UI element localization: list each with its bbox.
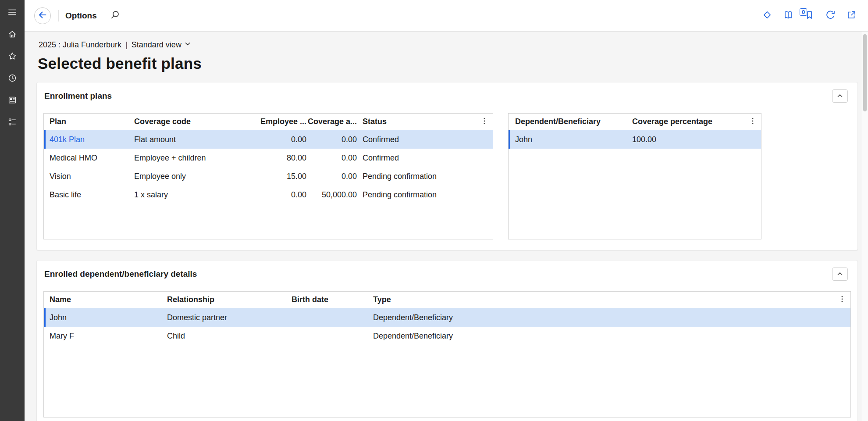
message-count-badge: 0 bbox=[800, 8, 807, 16]
hierarchy-list-icon bbox=[7, 117, 17, 128]
column-header-name[interactable]: Name bbox=[44, 295, 167, 304]
record-title: 2025 : Julia Funderburk bbox=[39, 40, 121, 50]
news-button[interactable] bbox=[0, 89, 25, 111]
chevron-up-icon bbox=[836, 91, 844, 101]
dependents-grid: Dependent/Beneficiary Coverage percentag… bbox=[508, 113, 761, 239]
hamburger-icon bbox=[7, 7, 17, 18]
options-menu[interactable]: Options bbox=[65, 11, 97, 21]
relationship-cell: Child bbox=[167, 332, 292, 341]
news-form-icon bbox=[7, 95, 17, 106]
view-selector-label: Standard view bbox=[132, 40, 181, 50]
details-grid-header: Name Relationship Birth date Type bbox=[44, 292, 850, 308]
search-button[interactable] bbox=[110, 10, 121, 21]
coverage-code-cell: 1 x salary bbox=[134, 190, 253, 200]
vertical-scrollbar[interactable] bbox=[862, 32, 868, 421]
plans-grid-header: Plan Coverage code Employee ... Coverage… bbox=[44, 114, 493, 130]
column-header-relationship[interactable]: Relationship bbox=[167, 295, 292, 304]
name-cell: John bbox=[44, 313, 167, 322]
plan-link[interactable]: 401k Plan bbox=[44, 135, 134, 144]
dependent-name-cell: John bbox=[509, 135, 632, 144]
employee-amount-cell: 15.00 bbox=[253, 172, 306, 181]
top-bar: Options 0 bbox=[25, 0, 868, 32]
dependent-details-card-body: Name Relationship Birth date Type John D… bbox=[37, 288, 857, 421]
plans-row[interactable]: Vision Employee only 15.00 0.00 Pending … bbox=[44, 167, 493, 186]
home-icon bbox=[7, 29, 17, 40]
enrollment-plans-title: Enrollment plans bbox=[44, 91, 112, 101]
column-header-birth-date[interactable]: Birth date bbox=[292, 295, 373, 304]
home-button[interactable] bbox=[0, 24, 25, 46]
diamond-button[interactable] bbox=[759, 8, 775, 24]
chevron-up-icon bbox=[836, 269, 844, 279]
more-icon bbox=[749, 117, 757, 126]
name-cell: Mary F bbox=[44, 332, 167, 341]
status-cell: Confirmed bbox=[357, 135, 493, 144]
page-title: Selected benefit plans bbox=[38, 55, 858, 72]
book-button[interactable] bbox=[780, 8, 796, 24]
plans-row[interactable]: 401k Plan Flat amount 0.00 0.00 Confirme… bbox=[44, 130, 493, 149]
column-header-status[interactable]: Status bbox=[357, 117, 476, 126]
column-header-employee[interactable]: Employee ... bbox=[253, 117, 306, 126]
chevron-down-icon bbox=[184, 40, 191, 50]
dependent-row[interactable]: John 100.00 bbox=[509, 130, 761, 149]
dependents-grid-more-button[interactable] bbox=[744, 114, 761, 130]
details-grid-more-button[interactable] bbox=[834, 292, 850, 308]
column-header-coverage-code[interactable]: Coverage code bbox=[134, 117, 253, 126]
dependent-details-card: Enrolled dependent/beneficiary details N… bbox=[36, 260, 858, 421]
enrollment-plans-card-header: Enrollment plans bbox=[37, 82, 857, 110]
column-header-plan[interactable]: Plan bbox=[44, 117, 134, 126]
plans-grid-more-button[interactable] bbox=[476, 114, 493, 130]
status-cell: Pending confirmation bbox=[357, 172, 493, 181]
breadcrumb: 2025 : Julia Funderburk | Standard view bbox=[36, 40, 858, 50]
coverage-code-cell: Employee only bbox=[134, 172, 253, 181]
column-header-type[interactable]: Type bbox=[373, 295, 834, 304]
menu-button[interactable] bbox=[0, 2, 25, 24]
column-header-coverage-percentage[interactable]: Coverage percentage bbox=[632, 117, 744, 126]
open-in-new-window-icon bbox=[846, 10, 857, 21]
nav-sidebar bbox=[0, 0, 25, 421]
coverage-amount-cell: 0.00 bbox=[306, 153, 357, 163]
enrollment-plans-collapse-button[interactable] bbox=[832, 89, 848, 103]
search-icon bbox=[110, 10, 121, 21]
dependent-details-collapse-button[interactable] bbox=[832, 268, 848, 281]
plan-cell[interactable]: Basic life bbox=[44, 190, 134, 200]
details-row[interactable]: John Domestic partner Dependent/Benefici… bbox=[44, 308, 850, 327]
star-icon bbox=[7, 51, 17, 62]
open-in-new-window-button[interactable] bbox=[843, 8, 859, 24]
workspaces-button[interactable] bbox=[0, 111, 25, 133]
plan-cell[interactable]: Vision bbox=[44, 172, 134, 181]
page-content: 2025 : Julia Funderburk | Standard view … bbox=[25, 32, 868, 421]
column-header-dependent[interactable]: Dependent/Beneficiary bbox=[509, 117, 632, 126]
dependent-details-card-header: Enrolled dependent/beneficiary details bbox=[37, 260, 857, 288]
arrow-left-icon bbox=[37, 10, 48, 21]
coverage-code-cell: Flat amount bbox=[134, 135, 253, 144]
recent-button[interactable] bbox=[0, 68, 25, 89]
coverage-amount-cell: 50,000.00 bbox=[306, 190, 357, 200]
details-row[interactable]: Mary F Child Dependent/Beneficiary bbox=[44, 327, 850, 345]
enrollment-plans-card: Enrollment plans Plan Coverage code Empl… bbox=[36, 82, 858, 250]
status-cell: Confirmed bbox=[357, 153, 493, 163]
employee-amount-cell: 0.00 bbox=[253, 190, 306, 200]
type-cell: Dependent/Beneficiary bbox=[373, 332, 850, 341]
plan-cell[interactable]: Medical HMO bbox=[44, 153, 134, 163]
coverage-percentage-cell: 100.00 bbox=[632, 135, 761, 144]
employee-amount-cell: 80.00 bbox=[253, 153, 306, 163]
employee-amount-cell: 0.00 bbox=[253, 135, 306, 144]
diamond-icon bbox=[762, 10, 772, 21]
messages-button[interactable]: 0 bbox=[801, 8, 817, 24]
scrollbar-thumb[interactable] bbox=[863, 34, 867, 111]
view-selector[interactable]: Standard view bbox=[132, 40, 191, 50]
refresh-button[interactable] bbox=[822, 8, 838, 24]
column-header-coverage-amount[interactable]: Coverage a... bbox=[306, 117, 357, 126]
plans-row[interactable]: Basic life 1 x salary 0.00 50,000.00 Pen… bbox=[44, 186, 493, 204]
refresh-icon bbox=[825, 10, 836, 21]
breadcrumb-separator: | bbox=[125, 40, 128, 50]
plans-row[interactable]: Medical HMO Employee + children 80.00 0.… bbox=[44, 149, 493, 167]
coverage-code-cell: Employee + children bbox=[134, 153, 253, 163]
dependent-details-title: Enrolled dependent/beneficiary details bbox=[44, 269, 197, 279]
dependents-grid-header: Dependent/Beneficiary Coverage percentag… bbox=[509, 114, 761, 130]
coverage-amount-cell: 0.00 bbox=[306, 172, 357, 181]
more-icon bbox=[838, 295, 846, 304]
type-cell: Dependent/Beneficiary bbox=[373, 313, 850, 322]
favorites-button[interactable] bbox=[0, 46, 25, 68]
back-button[interactable] bbox=[34, 7, 51, 24]
